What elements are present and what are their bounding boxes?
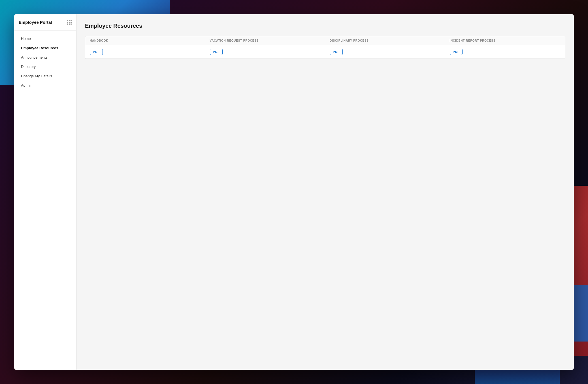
sidebar-item-home[interactable]: Home: [16, 34, 74, 43]
vacation-pdf-button[interactable]: PDF: [210, 49, 223, 55]
cell-vacation-pdf: PDF: [205, 45, 325, 58]
sidebar-item-directory[interactable]: Directory: [16, 62, 74, 71]
sidebar-title: Employee Portal: [19, 20, 52, 25]
sidebar-header: Employee Portal: [14, 14, 76, 31]
incident-pdf-button[interactable]: PDF: [450, 49, 463, 55]
sidebar-item-employee-resources[interactable]: Employee Resources: [16, 44, 74, 52]
sidebar: Employee Portal Home Employee Resources …: [14, 14, 76, 370]
page-title: Employee Resources: [85, 23, 565, 29]
cell-incident-pdf: PDF: [445, 45, 565, 58]
sidebar-item-change-my-details[interactable]: Change My Details: [16, 72, 74, 80]
table-header: HANDBOOK VACATION REQUEST PROCESS DISCIP…: [85, 36, 565, 45]
resources-table: HANDBOOK VACATION REQUEST PROCESS DISCIP…: [85, 36, 565, 59]
sidebar-item-admin[interactable]: Admin: [16, 81, 74, 90]
grid-menu-icon[interactable]: [67, 20, 72, 25]
col-header-incident: INCIDENT REPORT PROCESS: [445, 36, 565, 45]
table-row: PDF PDF PDF PDF: [85, 45, 565, 59]
col-header-vacation: VACATION REQUEST PROCESS: [205, 36, 325, 45]
main-window: Employee Portal Home Employee Resources …: [14, 14, 574, 370]
handbook-pdf-button[interactable]: PDF: [90, 49, 103, 55]
cell-handbook-pdf: PDF: [85, 45, 205, 58]
col-header-handbook: HANDBOOK: [85, 36, 205, 45]
sidebar-nav: Home Employee Resources Announcements Di…: [14, 31, 76, 93]
main-content: Employee Resources HANDBOOK VACATION REQ…: [76, 14, 574, 370]
disciplinary-pdf-button[interactable]: PDF: [330, 49, 343, 55]
col-header-disciplinary: DISCIPLINARY PROCESS: [325, 36, 445, 45]
sidebar-item-announcements[interactable]: Announcements: [16, 53, 74, 62]
cell-disciplinary-pdf: PDF: [325, 45, 445, 58]
